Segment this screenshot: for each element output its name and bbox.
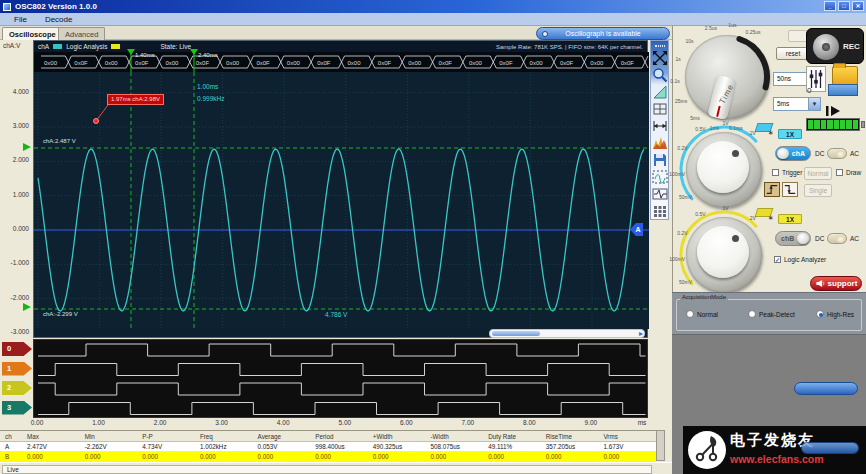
logic-channel-tag-3[interactable]: 3 (2, 401, 32, 415)
chb-coupling-toggle[interactable] (827, 233, 847, 244)
zoom-icon[interactable] (652, 67, 668, 83)
status-dot-icon (542, 31, 548, 37)
cha-gain-knob-inner (697, 141, 749, 193)
capture-icon[interactable] (652, 169, 668, 185)
table-cell: 357.205us (541, 442, 599, 451)
logic-channel-tag-2[interactable]: 2 (2, 381, 32, 395)
notification-toast[interactable]: Oscillograph is available (536, 27, 670, 40)
v-cursor-low-handle[interactable] (23, 303, 31, 311)
table-cell: 0.000 (425, 452, 483, 462)
triangle-ruler-icon[interactable] (652, 84, 668, 100)
toast-pill[interactable] (801, 442, 859, 454)
cha-dc-label: DC (815, 150, 824, 157)
draw-checkbox[interactable] (836, 169, 843, 176)
battery-segment (821, 120, 826, 129)
cha-enable-toggle[interactable]: chA (775, 146, 811, 161)
table-scrollbar[interactable] (656, 430, 665, 461)
table-cell: 0.000 (483, 452, 541, 462)
waveform-area[interactable]: 1.97ms chA:2.98V 1.00ms 0.999kHz chA:2.4… (34, 72, 649, 329)
acquisition-radio-high-res[interactable] (816, 310, 824, 318)
chb-gain-label: 1V (723, 205, 729, 211)
scrollbar-arrow-icon[interactable]: ▸ (639, 329, 643, 338)
close-button[interactable]: ✕ (852, 1, 864, 11)
record-knob[interactable] (813, 34, 839, 60)
save-icon[interactable] (652, 152, 668, 168)
table-cell: 998.400us (310, 442, 368, 451)
watermark-url: www.elecfans.com (730, 453, 824, 465)
battery-indicator (806, 118, 860, 131)
watermark: 电子发烧友 www.elecfans.com (683, 426, 866, 474)
logic-analyzer-area[interactable] (33, 339, 648, 418)
chb-enable-toggle[interactable]: chB (775, 231, 811, 246)
rising-edge-icon (765, 183, 779, 196)
h-measure-icon[interactable] (652, 118, 668, 134)
maximize-button[interactable]: □ (838, 1, 850, 11)
megaphone-icon (815, 279, 825, 288)
time-cursor-1-handle[interactable] (127, 49, 135, 55)
acquisition-radio-peak-detect[interactable] (748, 310, 756, 318)
spectrum-icon[interactable] (652, 135, 668, 151)
svg-text:0x0F: 0x0F (621, 60, 635, 66)
timebase-slow-select[interactable]: 5ms ▼ (773, 97, 821, 111)
toolbar-grip[interactable] (655, 45, 665, 47)
cha-gain-knob[interactable] (686, 132, 762, 208)
time-knob-label: Time (718, 82, 736, 105)
record-label: REC (843, 42, 860, 51)
time-knob[interactable]: Time (685, 35, 769, 119)
v-cursor-high-handle[interactable] (23, 143, 31, 151)
play-step-button[interactable] (820, 104, 848, 118)
svg-text:0x00: 0x00 (348, 60, 362, 66)
table-header-cell: -Width (425, 431, 483, 441)
chb-gain-knob[interactable] (686, 217, 762, 293)
chb-probe-marker-icon: ∗ (768, 214, 774, 222)
chb-probe-ratio[interactable]: 1X (778, 214, 802, 224)
table-header-cell: ch (0, 431, 22, 441)
support-button[interactable]: support (810, 276, 862, 291)
scrollbar-thumb[interactable] (492, 331, 540, 336)
app-window: OSC802 Version 1.0.0 _ □ ✕ FileDecode Os… (0, 0, 866, 474)
channel-legend: chA (38, 43, 49, 50)
falling-edge-button[interactable] (782, 182, 798, 197)
trigger-checkbox[interactable] (772, 169, 779, 176)
cha-coupling-toggle[interactable] (827, 148, 847, 159)
tab-oscilloscope[interactable]: Oscilloscope (2, 27, 63, 40)
falling-edge-icon (783, 183, 797, 196)
time-scale-label: 0.25us (745, 29, 760, 35)
x-axis-tick: 5.00 (331, 419, 359, 426)
logic-channel-tag-1[interactable]: 1 (2, 362, 32, 376)
svg-text:0x00: 0x00 (469, 60, 483, 66)
logic-swatch-icon (111, 44, 120, 49)
dropdown-arrow-icon[interactable]: ▼ (808, 98, 820, 110)
move-icon[interactable] (652, 50, 668, 66)
v-cursor-low-label: chA:-2.299 V (43, 311, 78, 317)
table-cell: 49.111% (483, 442, 541, 451)
cha-gain-label: 0.5V (695, 126, 705, 132)
reset-button[interactable]: reset (776, 47, 810, 60)
rising-edge-button[interactable] (764, 182, 780, 197)
folder-icon[interactable] (832, 66, 858, 85)
elecfans-logo-icon (688, 431, 726, 469)
matrix-icon[interactable] (652, 203, 668, 219)
cha-gain-label: 100mV (669, 171, 685, 177)
minimize-button[interactable]: _ (824, 1, 836, 11)
waveform-box-icon[interactable] (652, 186, 668, 202)
cha-probe-ratio[interactable]: 1X (778, 129, 802, 139)
logic-analyzer-checkbox[interactable]: ✓ (774, 256, 781, 263)
plot-h-scrollbar[interactable]: ▸ (489, 329, 645, 338)
oscilloscope-plot[interactable]: chA Logic Analysis State: Live Sample Ra… (33, 40, 648, 338)
logic-channel-tag-0[interactable]: 0 (2, 342, 32, 356)
acquisition-radio-normal[interactable] (686, 310, 694, 318)
cha-toggle-label: chA (792, 150, 805, 157)
table-cell: 0.053V (253, 442, 311, 451)
x-axis-tick: 8.00 (515, 419, 543, 426)
table-header-cell: Freq (195, 431, 253, 441)
menu-file[interactable]: File (14, 15, 27, 24)
time-cursor-2-handle[interactable] (190, 49, 198, 55)
table-header-cell: Duty Rate (483, 431, 541, 441)
grid-icon[interactable] (652, 101, 668, 117)
table-cell: 0.000 (195, 452, 253, 462)
menu-decode[interactable]: Decode (45, 15, 73, 24)
toast-pill[interactable] (794, 382, 858, 395)
tab-advanced[interactable]: Advanced (58, 27, 105, 40)
battery-cap (861, 121, 865, 128)
